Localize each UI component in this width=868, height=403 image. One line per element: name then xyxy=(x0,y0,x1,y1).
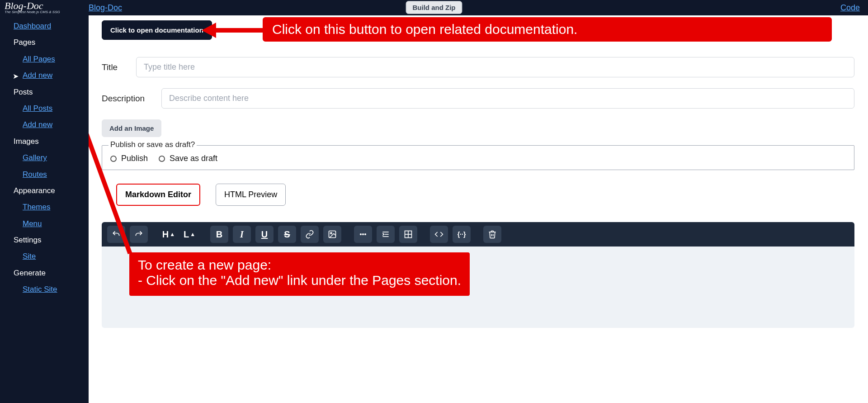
radio-publish-label: Publish xyxy=(121,154,148,163)
logo-title: Blog-Doc xyxy=(5,2,89,10)
arrow-head-icon xyxy=(202,23,216,38)
top-right: Code xyxy=(840,3,860,13)
fieldset-legend: Publish or save as draft? xyxy=(108,140,197,149)
logo-subtitle: The Simplest Node.js CMS & SSG xyxy=(5,10,89,14)
sidebar-marker-icon: ➤ xyxy=(13,72,19,81)
heading-dropdown[interactable]: H▲ xyxy=(160,226,177,243)
annotation-callout-bottom: To create a new page: - Click on the "Ad… xyxy=(129,252,470,296)
top-nav-blogdoc[interactable]: Blog-Doc xyxy=(89,3,122,13)
sidebar-head-settings: Settings xyxy=(14,236,83,245)
sidebar-themes[interactable]: Themes xyxy=(23,203,83,212)
annotation-callout-top-text: Click on this button to open related doc… xyxy=(272,22,577,37)
image-icon[interactable] xyxy=(323,226,341,243)
top-nav-code[interactable]: Code xyxy=(840,3,860,12)
sidebar-static-site[interactable]: Static Site xyxy=(23,285,83,294)
sidebar-all-posts[interactable]: All Posts xyxy=(23,104,83,113)
tab-html-preview[interactable]: HTML Preview xyxy=(216,184,286,206)
sidebar-head-appearance: Appearance xyxy=(14,186,83,195)
open-documentation-button[interactable]: Click to open documentation xyxy=(102,20,212,40)
sidebar-all-pages[interactable]: All Pages xyxy=(23,55,83,64)
description-label: Description xyxy=(102,94,149,104)
bold-icon[interactable]: B xyxy=(210,226,228,243)
annotation-callout-top: Click on this button to open related doc… xyxy=(263,17,832,42)
table-icon[interactable] xyxy=(399,226,417,243)
more-icon[interactable] xyxy=(354,226,372,243)
sidebar-head-generate: Generate xyxy=(14,269,83,278)
tab-markdown-editor[interactable]: Markdown Editor xyxy=(116,184,200,206)
radio-icon xyxy=(110,156,117,162)
svg-point-4 xyxy=(365,234,366,235)
editor-toolbar: H▲ L▲ B I U S {··} xyxy=(102,222,854,247)
topbar: Blog-Doc The Simplest Node.js CMS & SSG … xyxy=(0,0,868,15)
line-dropdown[interactable]: L▲ xyxy=(181,226,198,243)
sidebar-head-images: Images xyxy=(14,137,83,146)
sidebar-menu[interactable]: Menu xyxy=(23,219,83,228)
braces-icon[interactable]: {··} xyxy=(453,226,471,243)
redo-icon[interactable] xyxy=(130,226,148,243)
sidebar-head-pages: Pages xyxy=(14,38,83,47)
indent-icon[interactable] xyxy=(377,226,395,243)
strikethrough-icon[interactable]: S xyxy=(278,226,296,243)
top-center: Build and Zip xyxy=(406,1,462,14)
radio-draft-label: Save as draft xyxy=(170,154,217,163)
trash-icon[interactable] xyxy=(483,226,501,243)
sidebar-add-new-page[interactable]: Add new xyxy=(23,71,83,80)
sidebar-site[interactable]: Site xyxy=(23,252,83,261)
sidebar-head-posts: Posts xyxy=(14,88,83,97)
underline-icon[interactable]: U xyxy=(255,226,274,243)
sidebar-gallery[interactable]: Gallery xyxy=(23,153,83,162)
build-and-zip-button[interactable]: Build and Zip xyxy=(406,1,462,14)
undo-icon[interactable] xyxy=(107,226,125,243)
radio-icon xyxy=(159,156,165,162)
code-icon[interactable] xyxy=(430,226,448,243)
description-input[interactable] xyxy=(161,88,854,109)
annotation-callout-bottom-text: To create a new page: - Click on the "Ad… xyxy=(138,257,461,288)
svg-point-3 xyxy=(363,234,364,235)
svg-point-2 xyxy=(360,234,362,235)
add-image-button[interactable]: Add an Image xyxy=(102,119,161,137)
sidebar-routes[interactable]: Routes xyxy=(23,170,83,179)
annotation-arrow-1 xyxy=(202,24,263,37)
editor-tabs: Markdown Editor HTML Preview xyxy=(116,184,854,206)
italic-icon[interactable]: I xyxy=(233,226,251,243)
sidebar-add-new-post[interactable]: Add new xyxy=(23,120,83,129)
title-input[interactable] xyxy=(136,57,854,77)
arrow-line xyxy=(215,28,263,33)
logo: Blog-Doc The Simplest Node.js CMS & SSG xyxy=(0,2,89,14)
sidebar-dashboard[interactable]: Dashboard xyxy=(14,22,83,31)
link-icon[interactable] xyxy=(301,226,319,243)
radio-save-draft[interactable]: Save as draft xyxy=(159,154,217,163)
sidebar: Dashboard Pages All Pages ➤ Add new Post… xyxy=(0,15,89,403)
main: Click to open documentation Click on thi… xyxy=(89,15,868,403)
publish-fieldset: Publish or save as draft? Publish Save a… xyxy=(102,145,854,170)
radio-publish[interactable]: Publish xyxy=(110,154,148,163)
svg-point-1 xyxy=(330,232,332,234)
